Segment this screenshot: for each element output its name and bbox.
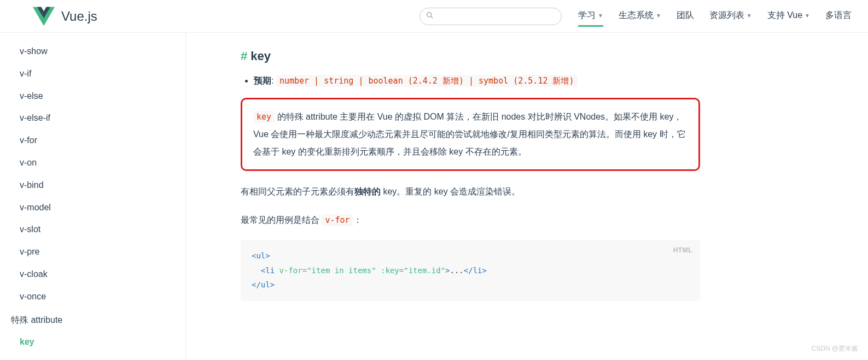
expected-colon: : [271,76,276,85]
highlight-text: 的特殊 attribute 主要用在 Vue 的虚拟 DOM 算法，在新旧 no… [253,112,686,156]
logo-text: Vue.js [61,9,97,24]
nav-resources[interactable]: 资源列表 ▼ [709,10,752,22]
main-container: v-show v-if v-else v-else-if v-for v-on … [0,33,868,360]
sidebar-item-v-model[interactable]: v-model [0,197,185,219]
sidebar-item-v-on[interactable]: v-on [0,152,185,174]
content: # key 预期: number | string | boolean (2.4… [186,33,733,360]
hash-link[interactable]: # [241,49,247,63]
sidebar: v-show v-if v-else v-else-if v-for v-on … [0,33,186,360]
chevron-down-icon: ▼ [805,13,810,19]
code-block: HTML <ul> <li v-for="item in items" :key… [241,240,700,301]
expected-label: 预期 [254,76,271,85]
chevron-down-icon: ▼ [747,13,752,19]
sidebar-item-v-cloak[interactable]: v-cloak [0,263,185,286]
code-lang-badge: HTML [673,244,692,257]
nav-team[interactable]: 团队 [677,10,694,22]
sidebar-heading-special-attr[interactable]: 特殊 attribute [0,308,185,332]
heading-text: key [251,49,271,63]
nav-label: 团队 [677,10,694,21]
sidebar-item-v-pre[interactable]: v-pre [0,241,185,263]
sidebar-item-v-for[interactable]: v-for [0,129,185,152]
search-icon [426,11,434,21]
sidebar-item-key[interactable]: key [0,331,185,353]
code-line-2: <li v-for="item in items" :key="item.id"… [252,263,689,278]
logo[interactable]: Vue.js [33,5,97,27]
nav-support[interactable]: 支持 Vue ▼ [767,10,810,22]
sidebar-item-v-show[interactable]: v-show [0,40,185,63]
sidebar-item-v-else[interactable]: v-else [0,85,185,108]
nav-lang[interactable]: 多语言 [825,10,852,22]
nav-label: 生态系统 [619,10,654,21]
sidebar-item-v-once[interactable]: v-once [0,286,185,308]
nav-links: 学习 ▼ 生态系统 ▼ 团队 资源列表 ▼ 支持 Vue ▼ 多语言 [578,10,852,22]
highlight-box: key 的特殊 attribute 主要用在 Vue 的虚拟 DOM 算法，在新… [241,98,700,171]
paragraph-vfor-usage: 最常见的用例是结合 v-for： [241,211,700,229]
bold-text: 独特的 [354,187,381,196]
code-line-3: </ul> [252,278,689,292]
vfor-code: v-for [322,214,353,226]
paragraph-unique-key: 有相同父元素的子元素必须有独特的 key。重复的 key 会造成渲染错误。 [241,183,700,200]
chevron-down-icon: ▼ [598,13,603,19]
nav-learn[interactable]: 学习 ▼ [578,10,603,22]
expected-types: number | string | boolean (2.4.2 新增) | s… [276,75,578,87]
nav-label: 多语言 [825,10,852,21]
expected-list: 预期: number | string | boolean (2.4.2 新增)… [241,75,700,87]
svg-line-1 [431,16,433,18]
sidebar-item-v-slot[interactable]: v-slot [0,219,185,241]
header: Vue.js 学习 ▼ 生态系统 ▼ 团队 资源列表 ▼ 支持 Vue ▼ [0,0,868,33]
expected-item: 预期: number | string | boolean (2.4.2 新增)… [254,75,700,87]
sidebar-item-v-bind[interactable]: v-bind [0,174,185,197]
sidebar-item-v-if[interactable]: v-if [0,63,185,85]
sidebar-item-v-else-if[interactable]: v-else-if [0,107,185,129]
nav-label: 支持 Vue [767,10,802,21]
search-input[interactable] [420,8,562,25]
svg-point-0 [427,12,432,16]
nav-label: 学习 [578,10,596,21]
nav-ecosystem[interactable]: 生态系统 ▼ [619,10,661,22]
nav-label: 资源列表 [709,10,744,21]
key-code: key [253,111,275,123]
section-heading: # key [241,49,700,63]
chevron-down-icon: ▼ [656,13,661,19]
vue-logo-icon [33,5,55,27]
search-box [420,8,562,25]
code-line-1: <ul> [252,249,689,263]
